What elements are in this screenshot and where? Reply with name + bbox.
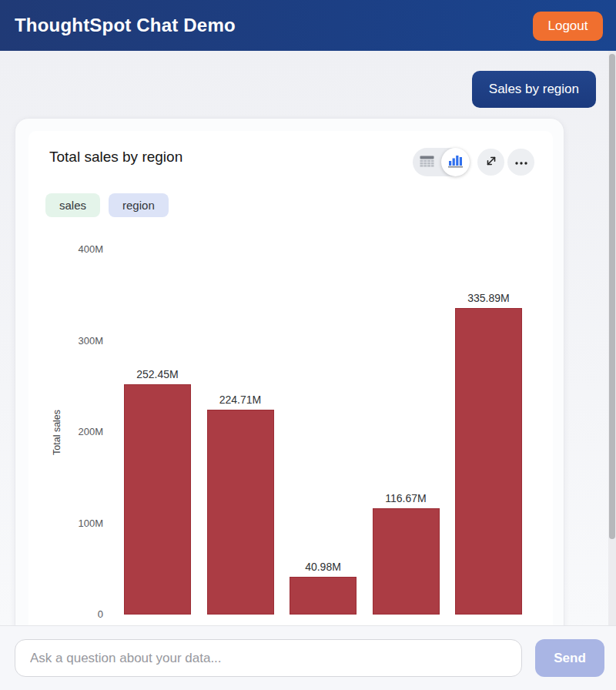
- app-title: ThoughtSpot Chat Demo: [15, 15, 236, 36]
- y-tick-label: 300M: [28, 335, 103, 347]
- answer-card: Total sales by region: [15, 118, 564, 625]
- y-tick-label: 400M: [28, 243, 103, 255]
- bar[interactable]: [124, 384, 191, 615]
- ellipsis-icon: [514, 156, 528, 168]
- bar-value-label: 335.89M: [467, 292, 509, 304]
- viz-container: Total sales by region: [28, 131, 553, 625]
- bar-value-label: 224.71M: [219, 394, 261, 406]
- question-input[interactable]: [15, 639, 522, 677]
- y-tick-label: 0: [28, 608, 103, 620]
- bar[interactable]: [290, 577, 357, 615]
- chat-scroll-area: Sales by region Total sales by region: [0, 51, 616, 625]
- app-header: ThoughtSpot Chat Demo Logout: [0, 0, 616, 51]
- viz-controls: [413, 148, 534, 176]
- y-tick-label: 100M: [28, 518, 103, 529]
- bar[interactable]: [373, 508, 440, 615]
- composer-bar: Send: [0, 625, 616, 690]
- token-sales[interactable]: sales: [45, 193, 100, 217]
- view-toggle: [413, 148, 470, 176]
- bar-value-label: 252.45M: [136, 368, 178, 380]
- chart-view-button[interactable]: [441, 148, 470, 176]
- query-tokens: sales region: [45, 193, 169, 217]
- user-message-text: Sales by region: [489, 82, 579, 97]
- scrollbar-thumb[interactable]: [609, 54, 615, 539]
- bar-value-label: 116.67M: [385, 492, 426, 504]
- scrollbar-track[interactable]: [608, 51, 616, 625]
- table-icon: [420, 156, 434, 169]
- bar-chart: Total sales 400M300M200M100M0252.45M224.…: [28, 232, 553, 625]
- token-region[interactable]: region: [109, 193, 169, 217]
- y-tick-label: 200M: [28, 426, 103, 437]
- bar[interactable]: [207, 410, 274, 615]
- table-view-button[interactable]: [413, 148, 441, 176]
- viz-title: Total sales by region: [49, 149, 182, 166]
- bar[interactable]: [455, 308, 522, 615]
- bar-value-label: 40.98M: [305, 561, 341, 573]
- more-options-button[interactable]: [507, 149, 534, 176]
- expand-button[interactable]: [477, 149, 504, 176]
- bar-chart-icon: [448, 155, 463, 170]
- user-message-bubble: Sales by region: [472, 71, 596, 108]
- send-button[interactable]: Send: [535, 639, 604, 677]
- app-window: ThoughtSpot Chat Demo Logout Sales by re…: [0, 0, 616, 690]
- expand-icon: [485, 155, 497, 169]
- logout-button[interactable]: Logout: [533, 12, 603, 41]
